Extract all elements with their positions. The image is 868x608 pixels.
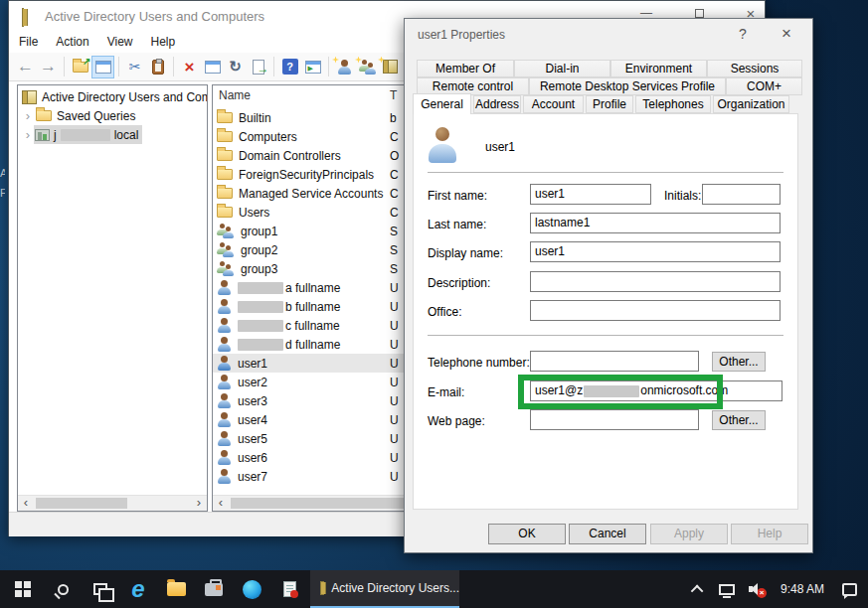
apply-button[interactable]: Apply xyxy=(650,524,728,544)
group-icon xyxy=(217,261,235,276)
clock[interactable]: 9:48 AM xyxy=(774,570,831,608)
initials-input[interactable] xyxy=(702,184,781,205)
user-icon xyxy=(217,431,232,446)
tab-member-of[interactable]: Member Of xyxy=(417,60,514,77)
email-input[interactable]: user1@zonmicrosoft.com xyxy=(530,380,782,401)
menu-view[interactable]: View xyxy=(107,35,133,49)
toolbar-separator xyxy=(64,57,65,76)
ou-folder-icon xyxy=(217,150,233,161)
tab-dial-in[interactable]: Dial-in xyxy=(514,60,610,77)
tab-address[interactable]: Address xyxy=(473,95,521,113)
telephone-input[interactable] xyxy=(530,351,699,372)
edge-button[interactable] xyxy=(233,570,270,608)
search-button[interactable] xyxy=(44,570,82,608)
tab-organization[interactable]: Organization xyxy=(713,95,789,113)
tab-environment[interactable]: Environment xyxy=(610,60,707,77)
tab-account[interactable]: Account xyxy=(523,95,584,113)
tab-sessions[interactable]: Sessions xyxy=(707,60,802,77)
properties-icon[interactable] xyxy=(201,56,224,78)
web-page-input[interactable] xyxy=(530,409,699,430)
folder-icon xyxy=(217,112,233,123)
user-icon xyxy=(217,393,232,408)
security-policy-button[interactable] xyxy=(270,570,308,608)
scroll-left-icon[interactable]: ‹ xyxy=(18,496,34,511)
tab-com-plus[interactable]: COM+ xyxy=(726,77,802,95)
scroll-right-icon[interactable]: › xyxy=(191,496,207,511)
cancel-button[interactable]: Cancel xyxy=(569,524,646,544)
tree-item-root[interactable]: Active Directory Users and Com xyxy=(22,87,208,106)
scroll-left-icon[interactable]: ‹ xyxy=(213,496,229,511)
menu-file[interactable]: File xyxy=(19,35,38,49)
user-icon xyxy=(217,356,232,371)
tree-item-saved-queries[interactable]: › Saved Queries xyxy=(22,106,135,125)
expand-chevron-icon[interactable]: › xyxy=(22,108,34,123)
new-group-icon[interactable] xyxy=(356,56,379,78)
last-name-input[interactable]: lastname1 xyxy=(530,213,781,233)
new-user-icon[interactable] xyxy=(333,56,356,78)
ok-button[interactable]: OK xyxy=(488,524,566,544)
task-view-button[interactable] xyxy=(82,570,119,608)
user-icon xyxy=(217,450,232,465)
task-view-icon xyxy=(93,583,107,595)
display-name-input[interactable]: user1 xyxy=(530,241,781,262)
description-input[interactable] xyxy=(530,271,781,292)
web-page-other-button[interactable]: Other... xyxy=(712,410,766,430)
user-icon xyxy=(217,280,232,295)
dialog-title: user1 Properties xyxy=(418,28,505,42)
column-header-type[interactable]: T xyxy=(390,88,397,102)
open-folder-icon[interactable]: ↗ xyxy=(69,56,91,78)
toolbar-separator xyxy=(273,57,274,76)
expand-chevron-icon[interactable]: › xyxy=(22,127,34,142)
delete-icon[interactable]: × xyxy=(178,56,201,78)
tree-item-domain[interactable]: › j local xyxy=(22,125,142,144)
tab-rds-profile[interactable]: Remote Desktop Services Profile xyxy=(529,77,726,95)
email-value-start: user1@z xyxy=(535,383,583,397)
telephone-other-button[interactable]: Other... xyxy=(712,352,766,372)
tree-selection: j local xyxy=(34,125,142,144)
separator xyxy=(428,172,783,174)
column-header-name[interactable]: Name xyxy=(219,88,251,102)
console-icon xyxy=(22,90,37,104)
menu-action[interactable]: Action xyxy=(56,35,88,49)
server-manager-button[interactable] xyxy=(195,570,233,608)
file-explorer-button[interactable] xyxy=(157,570,195,608)
help-button[interactable]: Help xyxy=(731,524,808,544)
office-input[interactable] xyxy=(530,300,781,321)
action-center-button[interactable] xyxy=(833,570,865,608)
volume-status[interactable]: × xyxy=(742,570,772,608)
tab-general[interactable]: General xyxy=(413,93,471,114)
network-status[interactable] xyxy=(712,570,742,608)
paste-icon[interactable] xyxy=(146,56,169,78)
console-tree-pane: Active Directory Users and Com › Saved Q… xyxy=(17,84,208,512)
tab-profile[interactable]: Profile xyxy=(586,95,633,113)
redaction-block xyxy=(61,129,110,141)
general-tab-page: user1 First name: user1 Initials: Last n… xyxy=(413,113,798,510)
internet-explorer-button[interactable]: e xyxy=(119,570,157,608)
refresh-icon[interactable]: ↻ xyxy=(224,56,247,78)
tree-root-label: Active Directory Users and Com xyxy=(42,90,208,104)
forward-icon[interactable]: → xyxy=(37,56,60,78)
dialog-close-icon[interactable]: × xyxy=(777,25,796,43)
user-icon xyxy=(217,412,232,427)
tree-hscrollbar[interactable]: ‹ › xyxy=(18,495,207,511)
cut-icon[interactable]: ✂ xyxy=(123,56,146,78)
new-ou-icon[interactable] xyxy=(379,56,402,78)
show-window-icon[interactable] xyxy=(301,56,324,78)
windows-logo-icon xyxy=(15,581,31,597)
dialog-help-icon[interactable]: ? xyxy=(733,25,753,43)
taskbar-active-task-aduc[interactable]: Active Directory Users... xyxy=(310,570,459,608)
last-name-label: Last name: xyxy=(428,218,486,231)
first-name-input[interactable]: user1 xyxy=(530,184,651,205)
menu-help[interactable]: Help xyxy=(151,35,176,49)
tray-expand-button[interactable] xyxy=(684,570,712,608)
back-icon[interactable]: ← xyxy=(14,56,37,78)
scroll-thumb[interactable] xyxy=(36,498,127,509)
group-icon xyxy=(217,242,235,257)
clock-time: 9:48 AM xyxy=(781,582,824,596)
redaction-block xyxy=(584,385,639,397)
tab-telephones[interactable]: Telephones xyxy=(635,95,711,113)
start-button[interactable] xyxy=(2,570,44,608)
console-tree-toggle-icon[interactable] xyxy=(91,56,114,78)
help-icon[interactable]: ? xyxy=(278,56,301,78)
export-list-icon[interactable]: → xyxy=(247,56,269,78)
